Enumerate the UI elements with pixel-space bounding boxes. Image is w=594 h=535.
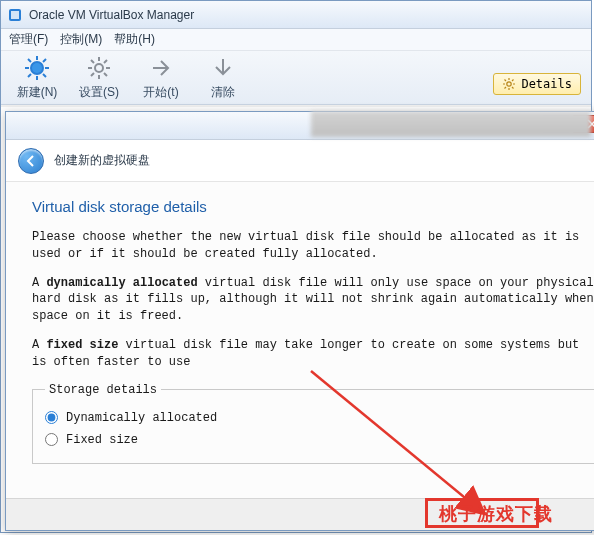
- paragraph-fixed: A fixed size virtual disk file may take …: [32, 337, 594, 371]
- dialog-content: Virtual disk storage details Please choo…: [6, 182, 594, 512]
- radio-fixed-input[interactable]: [45, 433, 58, 446]
- watermark-text: 桃子游戏下载: [439, 502, 553, 526]
- storage-details-fieldset: Storage details Dynamically allocated Fi…: [32, 383, 594, 464]
- menu-help[interactable]: 帮助(H): [114, 31, 155, 48]
- svg-line-7: [28, 59, 31, 62]
- paragraph-intro: Please choose whether the new virtual di…: [32, 229, 594, 263]
- toolbar-settings[interactable]: 设置(S): [71, 54, 127, 101]
- toolbar-start-label: 开始(t): [143, 84, 178, 101]
- dialog-header: 创建新的虚拟硬盘: [6, 140, 594, 182]
- create-disk-dialog: ? 创建新的虚拟硬盘 Virtual disk storage details …: [5, 111, 594, 531]
- details-button[interactable]: Details: [493, 73, 581, 95]
- toolbar-new-label: 新建(N): [17, 84, 58, 101]
- svg-line-10: [43, 59, 46, 62]
- svg-line-9: [28, 74, 31, 77]
- main-window-title: Oracle VM VirtualBox Manager: [29, 8, 194, 22]
- svg-rect-1: [11, 11, 19, 19]
- paragraph-dynamic: A dynamically allocated virtual disk fil…: [32, 275, 594, 325]
- radio-dynamic[interactable]: Dynamically allocated: [45, 407, 587, 429]
- toolbar-new[interactable]: 新建(N): [9, 54, 65, 101]
- svg-line-8: [43, 74, 46, 77]
- menu-manage[interactable]: 管理(F): [9, 31, 48, 48]
- arrow-down-icon: [209, 54, 237, 82]
- main-window: Oracle VM VirtualBox Manager 管理(F) 控制(M)…: [0, 0, 592, 533]
- arrow-right-icon: [147, 54, 175, 82]
- toolbar-discard[interactable]: 清除: [195, 54, 251, 101]
- svg-point-12: [507, 82, 511, 86]
- radio-fixed[interactable]: Fixed size: [45, 429, 587, 451]
- blurred-region: [311, 111, 591, 137]
- virtualbox-icon: [7, 7, 23, 23]
- details-button-label: Details: [521, 77, 572, 91]
- toolbar-discard-label: 清除: [211, 84, 235, 101]
- toolbar-settings-label: 设置(S): [79, 84, 119, 101]
- menubar: 管理(F) 控制(M) 帮助(H): [1, 29, 591, 51]
- back-button[interactable]: [18, 148, 44, 174]
- gear-icon: [85, 54, 113, 82]
- radio-dynamic-input[interactable]: [45, 411, 58, 424]
- dialog-breadcrumb: 创建新的虚拟硬盘: [54, 152, 150, 169]
- gear-icon: [502, 77, 516, 91]
- toolbar-start[interactable]: 开始(t): [133, 54, 189, 101]
- page-title: Virtual disk storage details: [32, 198, 594, 215]
- svg-point-11: [95, 64, 103, 72]
- radio-fixed-label: Fixed size: [66, 433, 138, 447]
- radio-dynamic-label: Dynamically allocated: [66, 411, 217, 425]
- toolbar: 新建(N) 设置(S) 开始(t) 清除 Details: [1, 51, 591, 105]
- sun-icon: [23, 54, 51, 82]
- svg-point-2: [31, 62, 43, 74]
- storage-details-legend: Storage details: [45, 383, 161, 397]
- menu-control[interactable]: 控制(M): [60, 31, 102, 48]
- main-titlebar: Oracle VM VirtualBox Manager: [1, 1, 591, 29]
